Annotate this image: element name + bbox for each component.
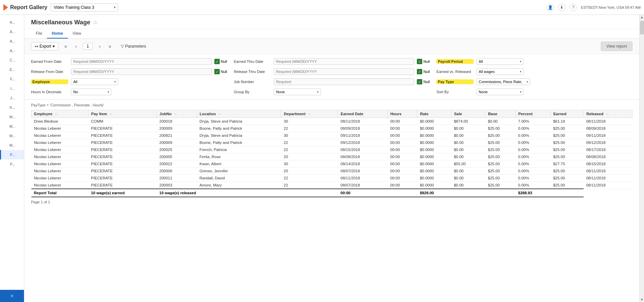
footer-empty-3 — [451, 189, 485, 197]
user-icon[interactable]: 👤 — [546, 4, 554, 11]
sidebar-item-15[interactable]: P... — [0, 159, 24, 169]
cell-r3-c7: $0.0000 — [417, 139, 451, 146]
earned-vs-released-select[interactable]: All wagesEarnedReleased — [476, 68, 524, 75]
col-employee[interactable]: Employee ↑↓ — [31, 110, 88, 118]
job-number-null-checkbox[interactable]: ✓ Null — [417, 79, 430, 84]
sidebar-item-10[interactable]: M... — [0, 112, 24, 122]
cell-r9-c9: $25.00 — [485, 182, 515, 189]
group-by-select[interactable]: None — [274, 89, 321, 95]
cell-r0-c0: Drew Bledsoe — [31, 118, 88, 125]
col-jobno[interactable]: JobNo ↑↓ — [157, 110, 197, 118]
employee-select[interactable]: All — [71, 78, 118, 85]
pay-type-select[interactable]: Commissions, Piece Rate,All — [476, 78, 530, 85]
nav-prev-button[interactable]: ‹ — [73, 43, 79, 50]
earned-from-null-checkbox[interactable]: ✓ Null — [214, 59, 227, 64]
page-number-input[interactable] — [83, 43, 93, 50]
cell-r0-c4: 30 — [281, 118, 338, 125]
release-thru-check-icon: ✓ — [417, 69, 422, 74]
employee-select-wrapper[interactable]: All — [71, 78, 118, 85]
cell-r1-c3: Boone, Patty and Patrick — [197, 125, 281, 132]
cell-r4-c2: 200025 — [157, 146, 197, 153]
earned-vs-released-select-wrapper[interactable]: All wagesEarnedReleased — [476, 68, 524, 75]
hours-decimals-select[interactable]: NoYes — [71, 89, 111, 95]
col-location[interactable]: Location ↑↓ — [197, 110, 281, 118]
job-number-input[interactable] — [274, 78, 414, 85]
sidebar-item-9[interactable]: K... — [0, 103, 24, 112]
cell-r9-c6: 00:00 — [387, 182, 417, 189]
release-from-null-label: Null — [221, 70, 227, 74]
cell-r8-c3: Randall, David — [197, 175, 281, 182]
sidebar-expand-btn[interactable]: > — [0, 290, 24, 302]
sidebar-item-3[interactable]: A... — [0, 46, 24, 55]
vertical-scrollbar[interactable]: ▲ ▼ — [639, 15, 644, 302]
sidebar-item-5[interactable]: E... — [0, 65, 24, 74]
sidebar-item-13[interactable]: M... — [0, 141, 24, 150]
sidebar-item-6[interactable]: F... — [0, 74, 24, 84]
job-number-null-label: Null — [423, 80, 430, 84]
col-percent: Percent — [515, 110, 551, 118]
scroll-thumb[interactable] — [640, 21, 644, 34]
job-number-check-icon: ✓ — [417, 79, 422, 84]
sidebar-item-1[interactable]: A... — [0, 27, 24, 36]
sidebar-item-11[interactable]: M... — [0, 122, 24, 131]
export-button[interactable]: ↦ Export ▾ — [31, 42, 58, 50]
payroll-period-select[interactable]: AllCurrentPrevious — [476, 58, 524, 65]
tab-file[interactable]: File — [31, 29, 47, 39]
col-released[interactable]: Released ↑↓ — [584, 110, 633, 118]
tab-view[interactable]: View — [68, 29, 86, 39]
sidebar-item-8[interactable]: J... — [0, 93, 24, 103]
sidebar-item-0[interactable]: A... — [0, 18, 24, 27]
view-report-button[interactable]: View report — [601, 42, 633, 51]
cell-r3-c6: 00:00 — [387, 139, 417, 146]
help-icon[interactable]: ? — [569, 4, 577, 11]
sidebar-item-2[interactable]: A... — [0, 36, 24, 46]
tab-home[interactable]: Home — [47, 29, 68, 39]
class-dropdown[interactable]: Video Training Class 3 — [51, 3, 118, 11]
scroll-down-arrow[interactable]: ▼ — [640, 297, 644, 302]
sort-by-select[interactable]: None — [476, 89, 524, 95]
scroll-up-arrow[interactable]: ▲ — [640, 15, 644, 20]
sidebar-item-7[interactable]: I... — [0, 84, 24, 93]
cell-r0-c2: 200018 — [157, 118, 197, 125]
hours-decimals-select-wrapper[interactable]: NoYes — [71, 89, 111, 95]
earned-from-null-label: Null — [221, 59, 227, 64]
cell-r5-c0: Nicolas Leberer — [31, 153, 88, 160]
col-earned-date[interactable]: Earned Date — [338, 110, 387, 118]
cell-r3-c4: 22 — [281, 139, 338, 146]
cell-r1-c8: $0.00 — [451, 125, 485, 132]
cell-r1-c12: 08/09/2018 — [584, 125, 633, 132]
cell-r2-c5: 09/11/2018 — [338, 132, 387, 139]
cell-r2-c6: 00:00 — [387, 132, 417, 139]
col-pay-item[interactable]: Pay Item ↑↓ — [88, 110, 157, 118]
release-thru-null-checkbox[interactable]: ✓ Null — [417, 69, 430, 74]
nav-next-button[interactable]: › — [97, 43, 103, 50]
release-from-null-checkbox[interactable]: ✓ Null — [214, 69, 227, 74]
sidebar-item-14[interactable]: P... — [0, 150, 24, 159]
download-icon[interactable]: ⬇ — [558, 4, 565, 11]
earned-thru-null-checkbox[interactable]: ✓ Null — [417, 59, 430, 64]
release-thru-row: Release Thru Date ✓ Null — [234, 68, 430, 75]
cell-r0-c8: $874.00 — [451, 118, 485, 125]
earned-thru-input[interactable] — [274, 58, 414, 65]
release-from-input[interactable] — [71, 68, 212, 75]
release-thru-input[interactable] — [274, 68, 414, 75]
parameters-button[interactable]: ▽ Parameters — [117, 43, 150, 50]
nav-first-button[interactable]: « — [62, 43, 69, 50]
favorite-star-icon[interactable]: ☆ — [93, 19, 98, 26]
earned-from-input[interactable] — [71, 58, 212, 65]
sidebar-item-12[interactable]: M... — [0, 131, 24, 141]
cell-r4-c4: 22 — [281, 146, 338, 153]
pay-type-select-wrapper[interactable]: Commissions, Piece Rate,All — [476, 78, 530, 85]
sort-by-select-wrapper[interactable]: None — [476, 89, 524, 95]
class-dropdown-wrapper[interactable]: Video Training Class 3 — [51, 3, 118, 11]
cell-r4-c9: $25.00 — [485, 146, 515, 153]
group-by-select-wrapper[interactable]: None — [274, 89, 321, 95]
sidebar-item-4[interactable]: C... — [0, 55, 24, 65]
table-header-row: Employee ↑↓ Pay Item ↑↓ JobNo ↑↓ Locatio… — [31, 110, 633, 118]
payroll-period-select-wrapper[interactable]: AllCurrentPrevious — [476, 58, 524, 65]
payroll-period-row: Payroll Period AllCurrentPrevious — [436, 58, 633, 65]
nav-last-button[interactable]: » — [107, 43, 113, 50]
table-row: Nicolas LebererPIECERATE200009Boone, Pat… — [31, 139, 633, 146]
col-department[interactable]: Department ↑↓ — [281, 110, 338, 118]
cell-r8-c8: $0.00 — [451, 175, 485, 182]
